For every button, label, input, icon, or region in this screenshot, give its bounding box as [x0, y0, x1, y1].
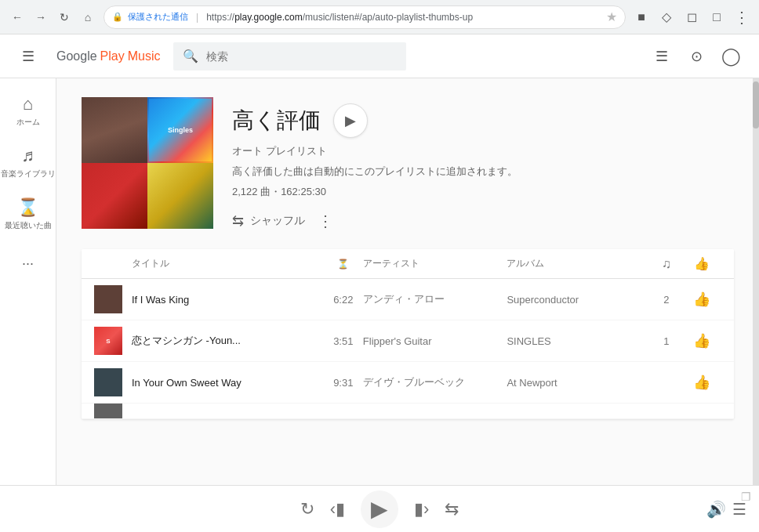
repeat-button[interactable]: ↻ — [300, 499, 314, 519]
logo-music-text: Music — [128, 49, 161, 63]
playlist-title: 高く評価 — [232, 106, 321, 136]
playlist-play-button[interactable]: ▶ — [333, 103, 368, 138]
content-inner: Singles 高く評価 ▶ — [56, 78, 759, 438]
track-name-1: If I Was King — [132, 294, 324, 306]
sidebar-item-home[interactable]: ⌂ ホーム — [0, 85, 56, 136]
playlist-meta: 2,122 曲・162:25:30 — [232, 185, 734, 199]
forward-button[interactable]: → — [30, 6, 52, 28]
screenshot-btn[interactable]: □ — [706, 6, 728, 28]
track-time-3: 9:31 — [324, 377, 363, 389]
header-time: ⏳ — [324, 259, 363, 270]
artwork-cell-2: Singles — [147, 97, 213, 163]
apps-button[interactable]: ⊙ — [681, 41, 712, 72]
home-button[interactable]: ⌂ — [77, 6, 99, 28]
lock-icon: 🔒 — [112, 12, 123, 22]
thumbs-up-icon[interactable]: 👍 — [693, 333, 710, 349]
main-area: ⌂ ホーム ♬ 音楽ライブラリ ⌛ 最近聴いた曲 ... — [0, 78, 759, 485]
play-icon: ▶ — [345, 112, 356, 129]
url-display: https://play.google.com/music/listen#/ap… — [206, 12, 601, 23]
url-security-label: 保護された通信 — [128, 11, 188, 23]
volume-icon: 🔊 — [706, 500, 726, 519]
account-circle-button[interactable]: ◯ — [715, 41, 746, 72]
address-bar[interactable]: 🔒 保護された通信 | https://play.google.com/musi… — [104, 5, 626, 29]
artwork-cell-4 — [147, 163, 213, 229]
track-album-2: SINGLES — [507, 335, 651, 347]
track-rating-1[interactable]: 👍 — [682, 291, 721, 308]
track-rating-2[interactable]: 👍 — [682, 332, 721, 349]
artwork-cell-1 — [82, 97, 147, 163]
table-row[interactable] — [82, 404, 734, 419]
thumb-placeholder-2: S — [94, 327, 122, 355]
volume-button[interactable]: 🔊 — [706, 500, 726, 519]
expand-icon[interactable]: ❐ — [741, 490, 751, 503]
track-album-1: Superconductor — [507, 294, 651, 306]
thumbs-up-icon[interactable]: 👍 — [693, 291, 710, 307]
track-name-3: In Your Own Sweet Way — [132, 377, 324, 389]
logo-play-text: Play — [100, 49, 125, 63]
thumbs-up-icon[interactable]: 👍 — [693, 375, 710, 390]
more-icon: ⋮ — [318, 212, 333, 230]
playlist-type: オート プレイリスト — [232, 144, 734, 158]
track-time-2: 3:51 — [324, 335, 363, 347]
track-thumb-1 — [94, 285, 122, 313]
time-icon: ⏳ — [337, 259, 349, 270]
header-album: アルバム — [507, 257, 651, 270]
account-btn[interactable]: ◇ — [656, 6, 677, 28]
table-row[interactable]: If I Was King 6:22 アンディ・アロー Superconduct… — [82, 279, 734, 320]
content-area[interactable]: Singles 高く評価 ▶ — [56, 78, 759, 485]
player-center: ↻ ‹▮ ▶ ▮› ⇆ — [196, 490, 563, 528]
playlist-header: Singles 高く評価 ▶ — [82, 97, 734, 230]
sidebar-more-button[interactable]: ... — [16, 246, 40, 275]
url-path: /music/listen#/ap/auto-playlist-thumbs-u… — [303, 12, 473, 23]
extensions-btn[interactable]: ■ — [630, 6, 652, 28]
sidebar-more-icon: ... — [22, 252, 34, 268]
menu-btn[interactable]: ⋮ — [731, 6, 753, 28]
rating-header-icon: 👍 — [694, 257, 710, 270]
search-input[interactable] — [206, 50, 398, 63]
more-options-button[interactable]: ⋮ — [318, 212, 333, 230]
top-bar-actions: ☰ ⊙ ◯ — [646, 41, 746, 72]
shuffle-button[interactable]: ⇆ シャッフル — [232, 212, 305, 230]
play-pause-icon: ▶ — [371, 496, 388, 522]
app-logo: Google Play Music — [56, 49, 161, 63]
header-rating: 👍 — [682, 255, 721, 272]
track-artist-1: アンディ・アロー — [363, 292, 507, 306]
star-icon[interactable]: ★ — [606, 9, 617, 24]
track-list-container: タイトル ⏳ アーティスト アルバム ♫ 👍 — [82, 249, 734, 419]
thumb-placeholder-3 — [94, 368, 122, 396]
scrollbar-thumb[interactable] — [753, 81, 759, 128]
recent-icon: ⌛ — [17, 197, 38, 218]
artwork-cell-3 — [82, 163, 147, 229]
thumb-placeholder — [94, 285, 122, 313]
header-plays: ♫ — [651, 255, 682, 272]
player-right: 🔊 ☰ — [563, 500, 746, 519]
sidebar-library-label: 音楽ライブラリ — [1, 169, 56, 179]
previous-button[interactable]: ‹▮ — [330, 499, 345, 519]
track-album-3: At Newport — [507, 377, 651, 389]
playlist-info: 高く評価 ▶ オート プレイリスト 高く評価した曲は自動的にこのプレイリストに追… — [232, 97, 734, 230]
sidebar: ⌂ ホーム ♬ 音楽ライブラリ ⌛ 最近聴いた曲 ... — [0, 78, 56, 485]
cast-btn[interactable]: ◻ — [681, 6, 703, 28]
reload-button[interactable]: ↻ — [53, 6, 75, 28]
hamburger-button[interactable]: ☰ — [13, 41, 44, 72]
shuffle-player-button[interactable]: ⇆ — [445, 499, 459, 519]
play-pause-button[interactable]: ▶ — [361, 490, 398, 528]
next-button[interactable]: ▮› — [414, 499, 429, 519]
track-artist-2: Flipper's Guitar — [363, 335, 507, 347]
hamburger-icon: ☰ — [22, 48, 34, 65]
track-artist-3: デイヴ・ブルーベック — [363, 375, 507, 389]
bottom-player: ❐ ↻ ‹▮ ▶ ▮› ⇆ 🔊 ☰ — [0, 485, 759, 532]
plays-header-icon: ♫ — [662, 257, 671, 270]
scrollbar-track[interactable] — [753, 78, 759, 485]
track-thumb-3 — [94, 368, 122, 396]
sidebar-home-label: ホーム — [16, 118, 40, 127]
shuffle-label: シャッフル — [250, 214, 305, 228]
sidebar-item-library[interactable]: ♬ 音楽ライブラリ — [0, 136, 56, 188]
sidebar-item-recent[interactable]: ⌛ 最近聴いた曲 — [0, 188, 56, 240]
table-row[interactable]: S 恋とマシンガン -Youn... 3:51 Flipper's Guitar… — [82, 320, 734, 362]
queue-list-button[interactable]: ☰ — [646, 41, 677, 72]
track-rating-3[interactable]: 👍 — [682, 374, 721, 391]
table-row[interactable]: In Your Own Sweet Way 9:31 デイヴ・ブルーベック At… — [82, 362, 734, 404]
back-button[interactable]: ← — [6, 6, 28, 28]
sidebar-recent-label: 最近聴いた曲 — [5, 221, 52, 230]
